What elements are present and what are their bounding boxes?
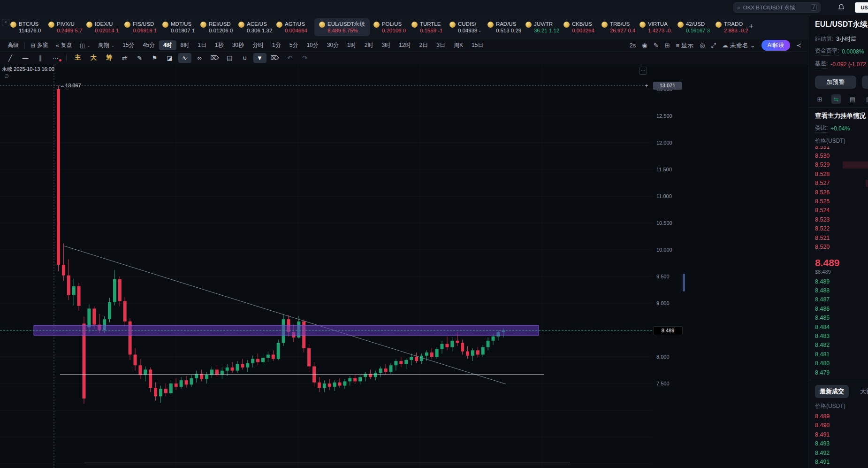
ai-analysis-button[interactable]: AI解读 (761, 40, 790, 51)
ticker-item[interactable]: 42/USD0.16167 3 (678, 21, 716, 34)
add-alert-button[interactable]: 加预警 (815, 76, 856, 89)
price-axis[interactable]: 13.00012.50012.00011.50011.00010.50010.0… (652, 64, 684, 468)
timeframe-2日[interactable]: 2日 (415, 40, 433, 50)
ticker-item[interactable]: EUL/USDT永续8.489 6.75% (314, 18, 370, 36)
orderbook-view-icon-4[interactable]: ▥ (864, 94, 868, 104)
ticker-item[interactable]: RAD/US0.513 0.29 (487, 21, 525, 34)
ask-row[interactable]: 8.528 (815, 169, 868, 178)
timeframe-12时[interactable]: 12时 (395, 40, 415, 50)
ticker-item[interactable]: MDT/US0.01807 1 (162, 21, 200, 34)
ask-row[interactable]: 8.523 (815, 215, 868, 224)
scrollbar-thumb[interactable] (683, 274, 685, 292)
ticker-item[interactable]: VIRTUA1.4273 -0. (640, 21, 678, 34)
ask-row[interactable]: 8.526 (815, 188, 868, 197)
timeframe-1秒[interactable]: 1秒 (211, 40, 228, 50)
ticker-item[interactable]: IDEX/U0.02014 1 (86, 21, 124, 34)
trade-row[interactable]: 8.492 (815, 467, 868, 468)
ask-row[interactable]: 8.531 (815, 146, 868, 151)
timeframe-2时[interactable]: 2时 (360, 40, 378, 50)
bid-row[interactable]: 8.484 (815, 322, 868, 331)
ticker-item[interactable]: PIVX/U0.2469 5.7 (48, 21, 86, 34)
timeframe-1时[interactable]: 1时 (343, 40, 360, 50)
order-note-icon[interactable]: ▤ (223, 53, 236, 63)
redo-icon[interactable]: ↷ (298, 53, 312, 63)
switch-layout-icon[interactable]: ⇄ (118, 53, 131, 63)
timeframe-分时[interactable]: 分时 (248, 40, 268, 50)
timeframe-30秒[interactable]: 30秒 (228, 40, 248, 50)
trade-row[interactable]: 8.491 (815, 457, 868, 466)
eye-off-icon[interactable]: ∅ (4, 73, 9, 79)
replay-button[interactable]: «复盘 (52, 40, 76, 50)
bid-row[interactable]: 8.479 (815, 368, 868, 377)
eraser-icon[interactable]: ◪ (163, 53, 176, 63)
ticker-item[interactable]: FIS/USD0.06919 1 (124, 21, 162, 34)
ticker-item[interactable]: CUDIS/0.04938 - (449, 21, 487, 34)
bid-row[interactable]: 8.487 (815, 295, 868, 304)
ask-row[interactable]: 8.527 (815, 179, 868, 188)
speed-selector[interactable]: 2s (630, 42, 636, 49)
currency-selector[interactable]: USD (855, 2, 868, 13)
orderbook-view-icon-2[interactable]: ≒ (831, 94, 841, 104)
bid-row[interactable]: 8.486 (815, 304, 868, 313)
add-ticker-button[interactable]: + (749, 22, 754, 31)
parallel-channel-icon[interactable]: ∥ (34, 53, 47, 63)
bid-row[interactable]: 8.488 (815, 286, 868, 295)
ask-row[interactable]: 8.524 (815, 206, 868, 215)
ask-row[interactable]: 8.522 (815, 224, 868, 233)
share-icon[interactable]: ≺ (796, 42, 801, 49)
timeframe-10分[interactable]: 10分 (302, 40, 322, 50)
bid-row[interactable]: 8.489 (815, 277, 868, 286)
timeframe-8时[interactable]: 8时 (176, 40, 194, 50)
fullscreen-icon[interactable]: ⤢ (711, 42, 716, 49)
timeframe-3日[interactable]: 3日 (432, 40, 449, 50)
undo-icon[interactable]: ↶ (283, 53, 297, 63)
multi-window-button[interactable]: ⊞多窗 (27, 40, 52, 50)
display-settings-button[interactable]: ≡显示 (676, 41, 694, 50)
timeframe-4时[interactable]: 4时 (159, 40, 176, 50)
target-icon[interactable]: ◎ (700, 42, 705, 49)
ticker-item[interactable]: REI/USD0.01206 0 (200, 21, 238, 34)
candle-style-dropdown[interactable]: ◫⌄ (76, 41, 94, 50)
ask-row[interactable]: 8.525 (815, 197, 868, 206)
advanced-menu[interactable]: 高级 (4, 40, 23, 50)
search-input[interactable]: ⌕ OKX BTC/USDT 永续 / (733, 2, 821, 13)
chart-settings-icon[interactable]: ⋯ (639, 67, 647, 75)
tab-large-trades[interactable]: 大额成交 (855, 385, 868, 398)
ask-row[interactable]: 8.529 (815, 161, 868, 169)
filter-icon[interactable]: ▼ (253, 53, 266, 63)
bookmark-icon[interactable]: ⚑ (148, 53, 161, 63)
bid-row[interactable]: 8.480 (815, 359, 868, 368)
orderbook-view-icon-1[interactable]: ⊞ (815, 94, 824, 104)
trade-row[interactable]: 8.490 (815, 421, 868, 430)
ask-row[interactable]: 8.521 (815, 233, 868, 242)
trade-row[interactable]: 8.491 (815, 430, 868, 439)
freehand-draw-icon[interactable]: ∿ (178, 53, 191, 63)
bid-row[interactable]: 8.481 (815, 350, 868, 359)
tab-latest-trades[interactable]: 最新成交 (815, 385, 849, 398)
ticker-item[interactable]: AGT/US0.004664 (276, 21, 314, 34)
timeframe-3时[interactable]: 3时 (377, 40, 395, 50)
large-view-label[interactable]: 大 (87, 54, 101, 62)
edit-icon[interactable]: ✎ (654, 42, 659, 49)
ticker-item[interactable]: TRB/US26.927 0.4 (602, 21, 640, 34)
trade-row[interactable]: 8.493 (815, 439, 868, 448)
ticker-item[interactable]: ACE/US0.306 1.32 (238, 21, 276, 34)
trash-icon[interactable]: ⌦ (208, 53, 221, 63)
major-orders-link[interactable]: 查看主力挂单情况 (815, 112, 868, 120)
ask-row[interactable]: 8.530 (815, 151, 868, 160)
ticker-item[interactable]: CKB/US0.003264 (563, 21, 602, 34)
ticker-item[interactable]: POL/US0.20106 0 (373, 21, 411, 34)
trade-row[interactable]: 8.489 (815, 412, 868, 421)
bid-row[interactable]: 8.482 (815, 341, 868, 350)
bid-row[interactable]: 8.483 (815, 331, 868, 340)
main-indicator-label[interactable]: 主 (71, 54, 85, 62)
candlestick-chart[interactable] (0, 64, 652, 468)
bell-icon[interactable] (838, 4, 845, 11)
brush-icon[interactable]: ⋯ (49, 53, 62, 63)
collapse-tickers-icon[interactable]: « (2, 19, 9, 26)
ticker-item[interactable]: TRADO2.883 -0.2 (716, 21, 754, 34)
magnet-icon[interactable]: ∪ (238, 53, 251, 63)
camera-icon[interactable]: ◉ (642, 42, 647, 49)
binoculars-icon[interactable]: ∞ (193, 53, 206, 63)
orderbook-view-icon-3[interactable]: ▤ (848, 94, 857, 104)
